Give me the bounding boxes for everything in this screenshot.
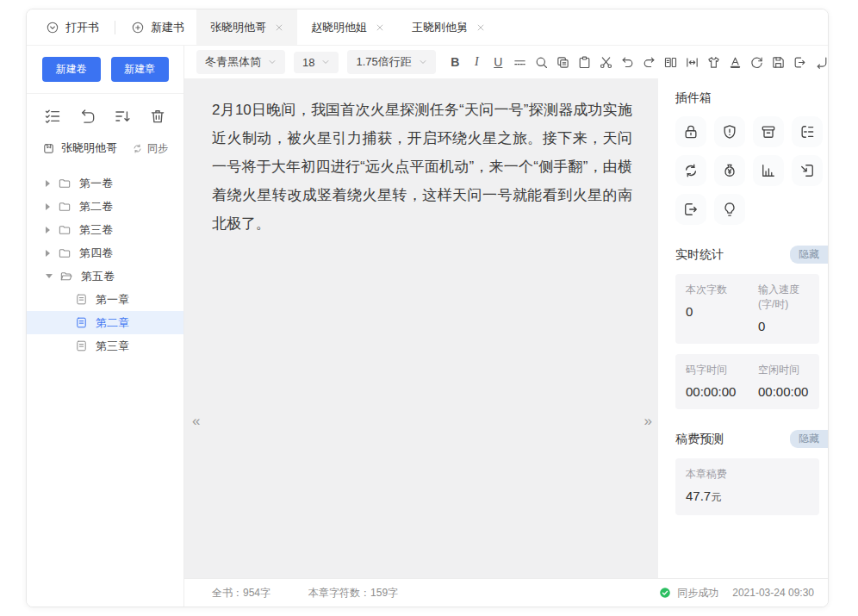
- shield-plugin-button[interactable]: [714, 116, 745, 147]
- stats-card: 码字时间 00:00:00 空闲时间 00:00:00: [675, 354, 819, 409]
- tree-chapter-row[interactable]: 第一章: [27, 288, 183, 311]
- last-sync-timestamp: 2021-03-24 09:30: [732, 587, 814, 599]
- tree-chapter-row-selected[interactable]: 第二章: [27, 311, 183, 334]
- collapse-left-handle[interactable]: «: [192, 413, 198, 430]
- history-button[interactable]: [811, 52, 829, 73]
- new-book-label: 新建书: [151, 20, 184, 35]
- lock-plugin-button[interactable]: [675, 116, 706, 147]
- collapse-arrow-icon[interactable]: [46, 274, 53, 278]
- chapter-label: 第三章: [96, 339, 129, 354]
- theme-shirt-icon: [706, 55, 721, 70]
- undo-button[interactable]: [617, 52, 638, 73]
- tab-label: 赵晓明他姐: [311, 20, 367, 35]
- chevron-down-icon: [268, 58, 277, 66]
- fee-title: 稿费预测: [675, 432, 724, 447]
- chapter-paragraph[interactable]: 2月10日晚间，我国首次火星探测任务“天问一号”探测器成功实施近火制动，被火星引…: [212, 96, 632, 238]
- fee-hide-button[interactable]: 隐藏: [790, 430, 828, 448]
- sync-button[interactable]: 同步: [132, 141, 168, 156]
- storage-box-icon: [760, 123, 777, 140]
- bulb-icon: [721, 201, 738, 218]
- search-button[interactable]: [531, 52, 552, 73]
- font-size-select[interactable]: 18: [294, 52, 339, 73]
- sort-desc-icon[interactable]: [114, 108, 131, 125]
- stat-label: 空闲时间: [758, 363, 808, 377]
- book-title-group: 张晓明他哥: [42, 140, 117, 156]
- refresh-button[interactable]: [746, 52, 768, 73]
- sync-label: 同步: [147, 141, 168, 156]
- tree-volume-row[interactable]: 第二卷: [27, 195, 183, 218]
- paste-button[interactable]: [574, 52, 595, 73]
- chapter-label: 第一章: [96, 292, 129, 308]
- stats-hide-button[interactable]: 隐藏: [790, 246, 828, 264]
- collapse-right-handle[interactable]: »: [644, 413, 650, 430]
- undo-icon: [620, 55, 635, 70]
- book-tab-active[interactable]: 张晓明他哥: [196, 9, 297, 45]
- tree-volume-row[interactable]: 第三卷: [27, 218, 183, 241]
- chevron-down-icon: [419, 58, 427, 66]
- font-family-select[interactable]: 冬青黑体简: [196, 50, 285, 74]
- import-plugin-button[interactable]: [792, 155, 823, 186]
- storage-box-plugin-button[interactable]: [753, 116, 784, 147]
- cut-button[interactable]: [595, 52, 617, 73]
- close-icon[interactable]: [275, 23, 283, 32]
- fit-width-button[interactable]: [681, 52, 703, 73]
- tree-volume-row-expanded[interactable]: 第五卷: [27, 264, 183, 288]
- underline-button[interactable]: U: [488, 52, 509, 73]
- split-view-button[interactable]: [660, 52, 681, 73]
- underline-icon: U: [494, 55, 502, 69]
- tree-volume-row[interactable]: 第四卷: [27, 241, 183, 264]
- book-tab[interactable]: 王晓刚他舅: [398, 9, 499, 45]
- expand-arrow-icon[interactable]: [46, 180, 50, 187]
- new-volume-button[interactable]: 新建卷: [42, 57, 101, 82]
- close-icon[interactable]: [376, 23, 384, 32]
- chapter-label: 第二章: [96, 315, 129, 331]
- export-plugin-button[interactable]: [675, 194, 706, 225]
- open-book-button[interactable]: 打开书: [42, 9, 103, 45]
- checklist-icon[interactable]: [44, 108, 61, 125]
- export-icon: [793, 55, 807, 70]
- stats-plugin-button[interactable]: [753, 155, 784, 186]
- save-button[interactable]: [768, 52, 789, 73]
- check-circle-icon: [659, 587, 671, 599]
- font-color-button[interactable]: [724, 52, 746, 73]
- royalty-plugin-button[interactable]: [714, 155, 745, 186]
- outline-plugin-button[interactable]: [792, 116, 823, 147]
- folder-icon: [58, 246, 72, 260]
- tree-volume-row[interactable]: 第一卷: [27, 171, 183, 195]
- stat-label: 码字时间: [686, 363, 758, 377]
- line-spacing-select[interactable]: 1.75倍行距: [347, 50, 435, 74]
- italic-button[interactable]: I: [466, 52, 488, 73]
- expand-arrow-icon[interactable]: [46, 250, 50, 257]
- copy-button[interactable]: [552, 52, 574, 73]
- trash-icon[interactable]: [149, 108, 166, 125]
- sync-icon: [132, 143, 143, 154]
- plugin-grid: [675, 116, 828, 225]
- restore-icon[interactable]: [79, 108, 96, 125]
- fit-width-icon: [685, 55, 699, 70]
- sync-circle-icon: [682, 162, 699, 179]
- divider-button[interactable]: [509, 52, 531, 73]
- bold-button[interactable]: B: [445, 52, 466, 73]
- expand-arrow-icon[interactable]: [46, 227, 50, 233]
- money-bag-icon: [721, 162, 738, 179]
- open-book-label: 打开书: [65, 20, 99, 35]
- sync-plugin-button[interactable]: [675, 155, 706, 186]
- idea-plugin-button[interactable]: [714, 194, 745, 225]
- status-bar: 全书：954字 本章字符数：159字 同步成功 2021-03-24 09:30: [184, 578, 828, 607]
- sync-status: 同步成功: [659, 586, 718, 600]
- tree-chapter-row[interactable]: 第三章: [27, 334, 183, 358]
- redo-button[interactable]: [638, 52, 660, 73]
- new-book-button[interactable]: 新建书: [127, 9, 188, 45]
- theme-button[interactable]: [703, 52, 724, 73]
- close-icon[interactable]: [476, 23, 485, 32]
- new-chapter-button[interactable]: 新建章: [111, 57, 170, 82]
- bold-icon: B: [451, 55, 459, 69]
- book-tab[interactable]: 赵晓明他姐: [297, 9, 398, 45]
- fee-value: 47.7元: [686, 488, 727, 505]
- expand-arrow-icon[interactable]: [46, 203, 50, 210]
- lock-icon: [682, 123, 699, 140]
- export-button[interactable]: [789, 52, 811, 73]
- top-tab-bar: 打开书 新建书 张晓明他哥 赵晓明他姐 王晓刚他舅: [27, 9, 828, 46]
- editor-area[interactable]: 2月10日晚间，我国首次火星探测任务“天问一号”探测器成功实施近火制动，被火星引…: [184, 78, 658, 578]
- book-tabs: 张晓明他哥 赵晓明他姐 王晓刚他舅: [196, 9, 499, 45]
